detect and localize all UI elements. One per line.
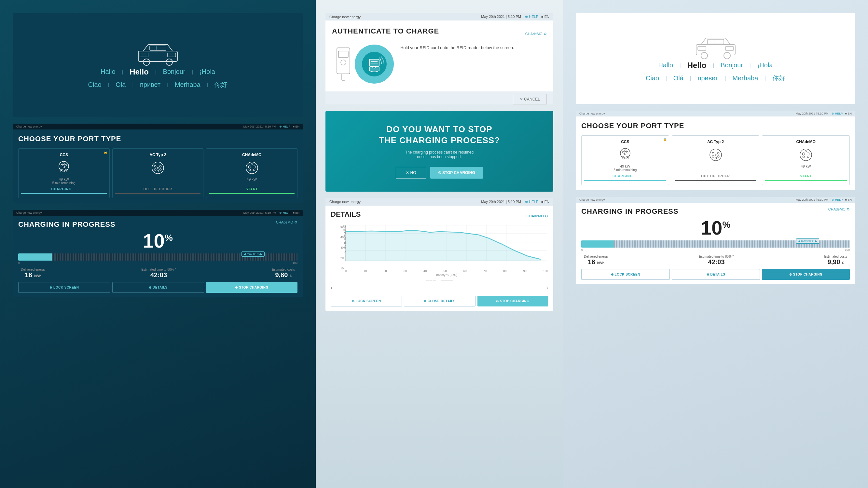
svg-point-29: [341, 60, 346, 65]
greeting-hola-dark: ¡Hola: [199, 68, 215, 75]
svg-point-19: [157, 170, 159, 172]
port-types-dark: 🔒 CCS 49 kW 5 min remaining CHARGING ...: [18, 148, 298, 198]
svg-point-67: [717, 152, 719, 154]
stat-time-light: Estimated time to 80% * 42:03: [699, 255, 734, 266]
svg-point-1: [143, 59, 150, 65]
port-ac-light[interactable]: AC Typ 2 OUT OF ORDER: [672, 135, 760, 185]
ccs-connector-icon-light: [617, 147, 633, 163]
chart-prev-btn[interactable]: ‹: [331, 284, 333, 291]
details-topbar: Charge new energy May 20th 2021 | 5:10 P…: [326, 198, 553, 206]
y-axis: 5040302010: [340, 225, 344, 270]
greeting-merhaba-dark: Merhaba: [175, 81, 200, 89]
bottom-buttons-dark: ⊕ LOCK SCREEN ⊕ DETAILS ⊙ STOP CHARGING: [18, 282, 298, 293]
chart-x-label: Battery % (SoC): [345, 273, 548, 276]
svg-point-24: [249, 169, 251, 171]
port-types-light: 🔒 CCS 49 kW 5 min remaining CHARGING ...: [581, 135, 850, 185]
greeting-privet-dark: привет: [140, 81, 160, 89]
port-type-screen-light: Charge new energy May 20th 2021 | 5:10 P…: [576, 110, 855, 190]
auth-cancel-btn[interactable]: ✕ CANCEL: [513, 94, 547, 104]
stop-yes-btn[interactable]: ⊙ STOP CHARGING: [430, 167, 483, 178]
svg-rect-30: [342, 74, 345, 80]
svg-point-10: [63, 163, 65, 165]
stop-dialog: DO YOU WANT TO STOPTHE CHARGING PROCESS?…: [326, 111, 553, 192]
lock-icon-ccs-dark: 🔒: [103, 151, 107, 154]
stop-charging-btn-light[interactable]: ⊙ STOP CHARGING: [762, 269, 850, 280]
greeting-grid-dark: Hallo | Hello | Bonjour | ¡Hola Ciao | O…: [88, 67, 228, 89]
lock-icon-ccs-light: 🔒: [663, 138, 667, 141]
details-btn-light[interactable]: ⊕ DETAILS: [672, 269, 760, 280]
rfid-icon: [361, 51, 387, 77]
chart-container: Charging power (kW) 5040302010: [331, 225, 548, 276]
auth-instruction: Hold your RFID card onto the RFID reader…: [400, 44, 514, 51]
stop-title: DO YOU WANT TO STOPTHE CHARGING PROCESS?: [379, 124, 500, 146]
port-title-dark: CHOOSE YOUR PORT TYPE: [18, 135, 298, 143]
charger-icon: [332, 44, 355, 84]
max-indicator-light[interactable]: ◀ max 80 % ▶: [796, 238, 819, 244]
greeting-ciao-dark: Ciao: [88, 81, 101, 89]
chart-next-btn[interactable]: ›: [546, 284, 548, 291]
lock-screen-details-btn[interactable]: ⊕ LOCK SCREEN: [331, 296, 402, 306]
details-screen: Charge new energy May 20th 2021 | 5:10 P…: [326, 198, 553, 311]
svg-point-8: [61, 164, 63, 166]
svg-point-72: [800, 149, 812, 161]
greeting-hello-dark: Hello: [129, 67, 149, 76]
svg-point-26: [251, 164, 253, 165]
port-topbar-left-dark: Charge new energy: [16, 125, 42, 128]
charging-card-light: CHARGING IN PROGRESS CHAdeMO ⚙ 10% ◀ max…: [576, 203, 855, 284]
close-details-btn[interactable]: ✕ CLOSE DETAILS: [404, 296, 475, 306]
svg-point-22: [248, 166, 251, 168]
ccs-connector-icon-dark: [56, 160, 72, 176]
svg-point-69: [717, 156, 719, 158]
stop-charging-btn-dark[interactable]: ⊙ STOP CHARGING: [206, 282, 298, 293]
port-card-light: CHOOSE YOUR PORT TYPE 🔒 CCS 49: [576, 117, 855, 190]
svg-point-9: [65, 164, 67, 166]
port-ac-dark[interactable]: AC Typ 2 OUT OF ORDER: [112, 148, 204, 198]
port-bar-ccs-light: [584, 180, 666, 181]
svg-rect-4: [140, 53, 148, 57]
welcome-screen-light: Hallo | Hello | Bonjour | ¡Hola Ciao | O…: [576, 13, 855, 104]
charging-screen-light: Charge new energy May 20th 2021 | 5:10 P…: [576, 197, 855, 284]
stop-no-btn[interactable]: ✕ NO: [396, 167, 426, 178]
auth-topbar: Charge new energy May 20th 2021 | 5:10 P…: [326, 13, 553, 21]
chart-nav: ‹ ›: [331, 284, 548, 291]
stat-energy-dark: Delivered energy 18 kWh: [21, 268, 45, 279]
svg-point-74: [807, 153, 809, 155]
charging-stats-light: Delivered energy 18 kWh Estimated time t…: [581, 255, 850, 266]
port-bar-ccs-dark: [21, 193, 107, 194]
port-ccs-dark[interactable]: 🔒 CCS 49 kW 5 min remaining CHARGING ...: [18, 148, 110, 198]
svg-point-53: [724, 53, 730, 59]
max-indicator-dark[interactable]: ◀ max 80 % ▶: [242, 252, 265, 257]
svg-rect-28: [339, 51, 348, 58]
svg-point-60: [626, 151, 628, 153]
chademo-connector-icon-dark: [244, 160, 260, 176]
lock-screen-btn-light[interactable]: ⊕ LOCK SCREEN: [581, 269, 670, 280]
stop-subtitle: The charging process can't be resumedonc…: [405, 150, 473, 159]
svg-rect-56: [725, 46, 734, 51]
svg-point-68: [712, 156, 714, 158]
details-buttons: ⊕ LOCK SCREEN ✕ CLOSE DETAILS ⊙ STOP CHA…: [326, 296, 553, 311]
svg-rect-27: [337, 48, 350, 74]
stop-charging-details-btn[interactable]: ⊙ STOP CHARGING: [477, 296, 548, 306]
bottom-buttons-light: ⊕ LOCK SCREEN ⊕ DETAILS ⊙ STOP CHARGING: [581, 269, 850, 280]
auth-images: [332, 44, 394, 84]
svg-point-15: [154, 165, 156, 167]
lock-screen-btn-dark[interactable]: ⊕ LOCK SCREEN: [18, 282, 110, 293]
x-axis: 0102030405060708090100: [345, 269, 548, 273]
details-btn-dark[interactable]: ⊕ DETAILS: [112, 282, 205, 293]
port-topbar-right-dark: May 20th 2021 | 5:10 PM ⊕ HELP ■ EN: [243, 125, 300, 128]
svg-point-52: [701, 53, 708, 59]
left-panel: Hallo | Hello | Bonjour | ¡Hola Ciao | O…: [0, 0, 316, 488]
auth-wrapper: Charge new energy May 20th 2021 | 5:10 P…: [326, 13, 553, 104]
svg-point-16: [159, 165, 161, 167]
svg-point-11: [63, 166, 65, 168]
stat-energy-light: Delivered energy 18 kWh: [584, 255, 609, 266]
greeting-nihao-dark: 你好: [215, 80, 227, 89]
port-chademo-dark[interactable]: CHAdeMO 49 kW START: [206, 148, 298, 198]
port-chademo-light[interactable]: CHAdeMO 49 kW START: [762, 135, 850, 185]
svg-rect-54: [708, 39, 724, 44]
svg-rect-55: [698, 46, 706, 51]
auth-cancel-row: ✕ CANCEL: [332, 84, 547, 91]
svg-point-76: [807, 156, 809, 158]
chart-legend: — — — ————: [331, 279, 548, 282]
port-ccs-light[interactable]: 🔒 CCS 49 kW 5 min remaining CHARGING ...: [581, 135, 669, 185]
